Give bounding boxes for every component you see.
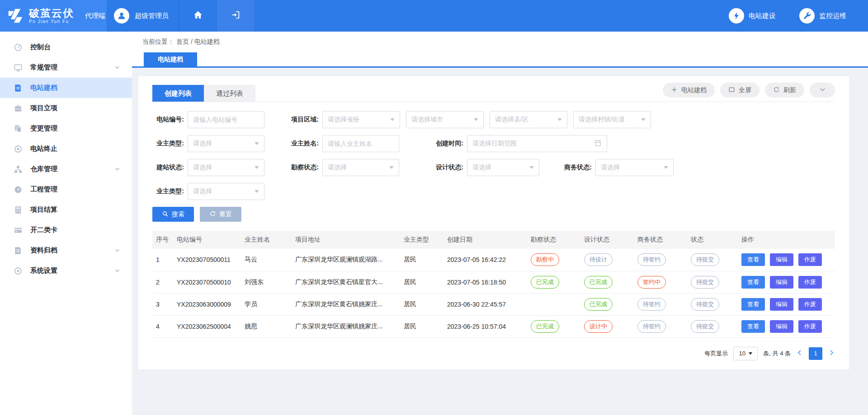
cell-actions: 查看编辑作废: [738, 315, 835, 337]
view-button[interactable]: 查看: [741, 276, 765, 289]
column-header: 状态: [687, 231, 738, 249]
home-button[interactable]: [179, 0, 217, 32]
refresh-icon: [773, 86, 780, 94]
sidebar-item-11[interactable]: 系统设置: [0, 261, 132, 281]
briefcase-icon: [14, 104, 23, 113]
user-icon: [114, 8, 129, 23]
view-button[interactable]: 查看: [741, 320, 765, 333]
void-button[interactable]: 作废: [798, 320, 822, 333]
filter-field: 勘察状态:请选择: [287, 159, 399, 176]
design-status-select[interactable]: 请选择: [467, 159, 539, 176]
district-select[interactable]: 请选择县/区: [490, 111, 567, 128]
station-code-input[interactable]: [188, 111, 264, 128]
collapse-button[interactable]: [810, 83, 835, 98]
filter-field: 请选择城市: [406, 111, 484, 128]
void-button[interactable]: 作废: [798, 298, 822, 311]
prev-page-button[interactable]: [796, 349, 803, 358]
filter-field: 项目区域:请选择省份: [287, 111, 400, 128]
cell-design-status: 设计中: [580, 315, 634, 337]
header-nav: 电站建设监控运维: [729, 0, 868, 32]
sidebar-item-8[interactable]: 项目结算: [0, 200, 132, 220]
toolbar: 电站建档全屏刷新: [663, 83, 835, 102]
chevron-down-icon: [664, 166, 668, 169]
owner-type2-select[interactable]: 请选择: [188, 183, 264, 200]
placeholder-text: 请选择村镇/街道: [579, 116, 625, 124]
create-time-range-input[interactable]: 请选择日期范围: [467, 135, 607, 152]
fullscreen-button[interactable]: 全屏: [720, 83, 760, 98]
sidebar-item-9[interactable]: 开二类卡: [0, 220, 132, 240]
current-page-button[interactable]: 1: [809, 347, 822, 360]
chevron-down-icon: [114, 166, 120, 172]
filter-label: 设计状态:: [432, 163, 463, 172]
sidebar-item-label: 开二类卡: [30, 226, 57, 234]
town-select[interactable]: 请选择村镇/街道: [573, 111, 651, 128]
placeholder-text: 请选择: [193, 187, 212, 196]
city-select[interactable]: 请选择城市: [406, 111, 484, 128]
calculator-icon: [14, 205, 23, 214]
cell-owner: 姚思: [241, 315, 292, 337]
table-row: 1YX2023070500011马云广东深圳龙华区观澜镇观湖路...居民2023…: [152, 249, 835, 271]
top-header: 破茧云伏 Po Jian Yun Fu 代理端 超级管理员 电站建设监控运维: [0, 0, 868, 32]
void-button[interactable]: 作废: [798, 253, 822, 266]
view-button[interactable]: 查看: [741, 298, 765, 311]
user-menu[interactable]: 超级管理员: [107, 0, 179, 32]
reset-button[interactable]: 重置: [200, 207, 241, 222]
create-station-button[interactable]: 电站建档: [663, 83, 715, 98]
placeholder-text: 请选择: [193, 140, 212, 148]
placeholder-text: 请选择日期范围: [472, 140, 517, 148]
nav-item-label: 监控运维: [819, 12, 846, 20]
edit-button[interactable]: 编辑: [770, 253, 793, 266]
cell-seq: 1: [152, 249, 173, 271]
void-button[interactable]: 作废: [798, 276, 822, 289]
survey-status-select[interactable]: 请选择: [322, 159, 399, 176]
logo-area: 破茧云伏 Po Jian Yun Fu 代理端: [0, 0, 107, 32]
view-button[interactable]: 查看: [741, 253, 765, 266]
sidebar-item-7[interactable]: 工程管理: [0, 179, 132, 200]
monitor-icon: [14, 63, 23, 72]
build-status-select[interactable]: 请选择: [188, 159, 264, 176]
filter-label: 商务状态:: [560, 163, 592, 172]
nav-monitor-ops[interactable]: 监控运维: [799, 8, 846, 23]
search-button[interactable]: 搜索: [152, 207, 194, 222]
tab-create-list[interactable]: 创建列表: [152, 85, 204, 102]
sidebar-item-2[interactable]: 电站建档: [0, 78, 132, 98]
per-page-select[interactable]: 10: [733, 347, 758, 360]
chevron-down-icon: [389, 166, 394, 169]
sidebar-item-label: 控制台: [30, 43, 51, 51]
edit-button[interactable]: 编辑: [770, 298, 793, 311]
sidebar-item-4[interactable]: 变更管理: [0, 118, 132, 139]
edit-button[interactable]: 编辑: [770, 276, 793, 289]
filter-field: 业主姓名:: [287, 135, 399, 152]
nav-station-build[interactable]: 电站建设: [729, 8, 776, 23]
sidebar-item-1[interactable]: 常规管理: [0, 57, 132, 78]
sidebar-item-10[interactable]: 资料归档: [0, 240, 132, 261]
cell-address: 广东深圳龙华区观澜镇姚家庄...: [292, 315, 400, 337]
breadcrumb-path: 首页 / 电站建档: [176, 38, 220, 46]
next-page-button[interactable]: [828, 349, 835, 358]
sidebar-item-5[interactable]: 电站终止: [0, 139, 132, 159]
logout-button[interactable]: [217, 0, 255, 32]
filter-label: 电站编号:: [152, 116, 184, 124]
business-status-select[interactable]: 请选择: [595, 159, 674, 176]
province-select[interactable]: 请选择省份: [322, 111, 400, 128]
settings-icon: [14, 266, 23, 275]
toolbar-button-label: 刷新: [783, 86, 796, 94]
tab-pass-list[interactable]: 通过列表: [204, 85, 255, 102]
cell-status-status: 待提交: [687, 315, 738, 337]
sidebar-item-0[interactable]: 控制台: [0, 37, 132, 57]
sidebar-item-label: 项目立项: [30, 104, 57, 112]
sidebar-item-6[interactable]: 仓库管理: [0, 159, 132, 179]
page-tab[interactable]: 电站建档: [144, 52, 197, 66]
sidebar-item-3[interactable]: 项目立项: [0, 98, 132, 118]
refresh-button[interactable]: 刷新: [765, 83, 804, 98]
app-root: 破茧云伏 Po Jian Yun Fu 代理端 超级管理员 电站建设监控运维 控…: [0, 0, 868, 415]
edit-button[interactable]: 编辑: [770, 320, 793, 333]
filter-row-0: 电站编号:项目区域:请选择省份请选择城市请选择县/区请选择村镇/街道: [152, 111, 835, 128]
main-area: 当前位置： 首页 / 电站建档 电站建档 创建列表通过列表 电站建档全屏刷新 电…: [132, 32, 868, 415]
owner-type-select[interactable]: 请选择: [188, 135, 264, 152]
gauge-icon: [14, 185, 23, 194]
owner-name-input[interactable]: [322, 135, 399, 152]
filter-row-3: 业主类型:请选择: [152, 183, 835, 200]
status-badge: 待提交: [691, 298, 719, 311]
chevron-down-icon: [474, 118, 478, 121]
